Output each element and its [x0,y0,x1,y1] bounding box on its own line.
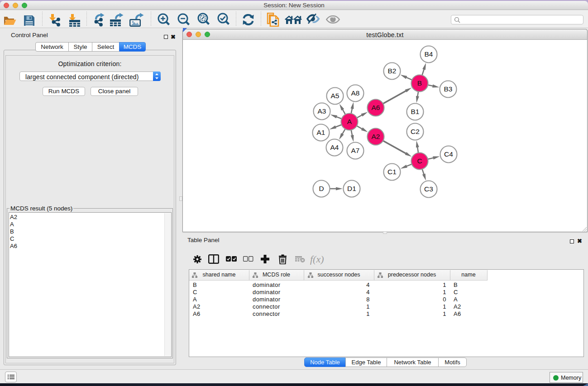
svg-text:A: A [347,118,352,125]
svg-text:A3: A3 [318,107,326,115]
svg-text:A6: A6 [372,104,380,111]
svg-text:D: D [319,185,324,192]
svg-text:C4: C4 [444,150,453,158]
svg-text:A4: A4 [330,143,339,151]
svg-text:D1: D1 [347,185,356,192]
svg-text:A7: A7 [351,147,360,154]
svg-text:B4: B4 [425,50,433,58]
svg-text:C2: C2 [411,128,420,135]
svg-text:A1: A1 [317,129,325,136]
svg-text:B1: B1 [411,108,420,115]
svg-text:A8: A8 [351,89,360,97]
svg-text:A2: A2 [372,133,380,140]
svg-text:C: C [417,157,422,165]
svg-text:C1: C1 [387,168,397,176]
svg-text:B3: B3 [444,85,453,93]
svg-text:B: B [417,79,422,87]
svg-text:B2: B2 [388,67,397,75]
svg-text:A5: A5 [331,92,339,100]
svg-text:C3: C3 [424,185,433,193]
